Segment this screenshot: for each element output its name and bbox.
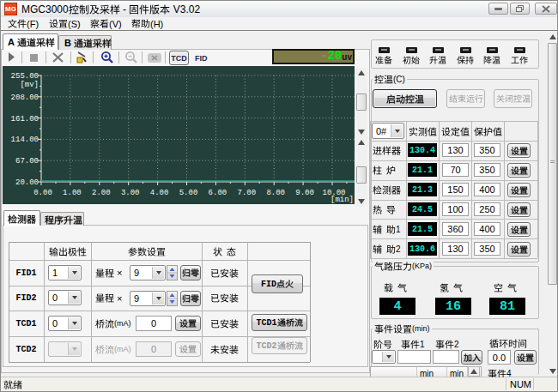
svg-text:2.00: 2.00	[92, 189, 111, 197]
svg-text:1.00: 1.00	[63, 189, 82, 197]
svg-text:[mv]: [mv]	[20, 81, 39, 89]
svg-text:[min]: [min]	[331, 196, 354, 204]
svg-text:9.00: 9.00	[295, 189, 314, 197]
svg-text:114.00: 114.00	[11, 136, 39, 144]
svg-text:255.00: 255.00	[11, 72, 39, 81]
svg-text:7.00: 7.00	[237, 189, 256, 197]
svg-text:3.00: 3.00	[121, 189, 140, 197]
svg-text:8.00: 8.00	[266, 189, 285, 197]
svg-text:0.00: 0.00	[33, 189, 52, 197]
svg-text:6.00: 6.00	[209, 189, 227, 197]
svg-text:20.00: 20.00	[15, 178, 39, 187]
svg-text:67.00: 67.00	[15, 157, 39, 166]
svg-text:208.00: 208.00	[11, 93, 39, 102]
svg-text:161.00: 161.00	[11, 115, 39, 124]
svg-text:4.00: 4.00	[150, 189, 169, 197]
svg-text:5.00: 5.00	[179, 189, 198, 197]
